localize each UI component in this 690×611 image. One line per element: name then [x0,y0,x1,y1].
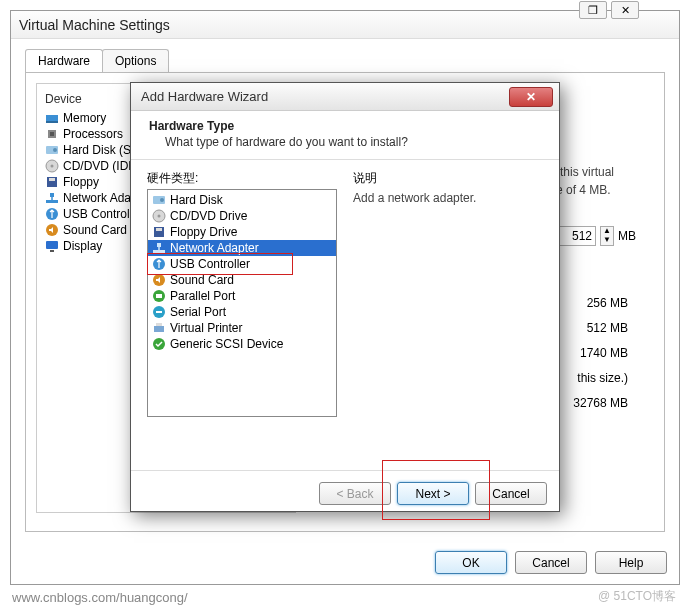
wizard-heading: Hardware Type [149,119,541,133]
wizard-close-button[interactable]: ✕ [509,87,553,107]
svg-rect-31 [156,311,162,313]
svg-rect-24 [157,243,161,247]
description-text: Add a network adapter. [353,191,543,205]
cancel-button[interactable]: Cancel [515,551,587,574]
close-icon[interactable]: ✕ [611,1,639,19]
svg-rect-23 [153,250,165,253]
help-button[interactable]: Help [595,551,667,574]
settings-buttons: OK Cancel Help [435,551,667,574]
parallel-port-icon [152,289,166,303]
hw-usb[interactable]: USB Controller [148,256,336,272]
ok-button[interactable]: OK [435,551,507,574]
window-title: Virtual Machine Settings [19,17,170,33]
hw-parallel[interactable]: Parallel Port [148,288,336,304]
hw-printer[interactable]: Virtual Printer [148,320,336,336]
wizard-titlebar: Add Hardware Wizard ✕ [131,83,559,111]
svg-rect-33 [156,323,162,326]
svg-rect-1 [46,121,58,123]
hw-serial[interactable]: Serial Port [148,304,336,320]
back-button: < Back [319,482,391,505]
hw-harddisk[interactable]: Hard Disk [148,192,336,208]
usb-icon [45,207,59,221]
hw-cddvd[interactable]: CD/DVD Drive [148,208,336,224]
printer-icon [152,321,166,335]
svg-rect-9 [49,178,55,181]
scsi-icon [152,337,166,351]
settings-tabs: Hardware Options [25,49,665,72]
svg-rect-0 [46,115,58,121]
hw-network-adapter[interactable]: Network Adapter [148,240,336,256]
restore-icon[interactable]: ❐ [579,1,607,19]
next-button[interactable]: Next > [397,482,469,505]
add-hardware-wizard: Add Hardware Wizard ✕ Hardware Type What… [130,82,560,512]
memory-icon [45,111,59,125]
wizard-header: Hardware Type What type of hardware do y… [131,111,559,160]
cd-icon [45,159,59,173]
serial-port-icon [152,305,166,319]
svg-rect-29 [156,294,162,298]
memory-unit: MB [618,229,636,243]
hw-scsi[interactable]: Generic SCSI Device [148,336,336,352]
svg-rect-16 [50,250,54,252]
description-label: 说明 [353,170,543,187]
cd-icon [152,209,166,223]
wizard-footer: < Back Next > Cancel [131,470,559,516]
memory-spinner[interactable]: ▲▼ [600,226,614,246]
tab-hardware[interactable]: Hardware [25,49,103,72]
watermark: @ 51CTO博客 [598,588,676,605]
wizard-cancel-button[interactable]: Cancel [475,482,547,505]
svg-point-20 [158,215,161,218]
display-icon [45,239,59,253]
svg-rect-10 [46,200,58,203]
wizard-subheading: What type of hardware do you want to ins… [149,135,541,149]
svg-rect-3 [50,132,54,136]
hardware-types-list[interactable]: Hard Disk CD/DVD Drive Floppy Drive Netw… [147,189,337,417]
sound-icon [152,273,166,287]
wizard-title: Add Hardware Wizard [141,89,268,104]
hdd-icon [152,193,166,207]
svg-point-5 [53,148,57,152]
footer-url: www.cnblogs.com/huangcong/ [12,590,188,605]
svg-rect-15 [46,241,58,249]
svg-rect-22 [156,228,162,231]
memory-values: 256 MB 512 MB 1740 MB this size.) 32768 … [573,291,628,416]
hw-floppy[interactable]: Floppy Drive [148,224,336,240]
svg-point-18 [160,198,164,202]
cpu-icon [45,127,59,141]
hardware-types-label: 硬件类型: [147,170,337,187]
tab-options[interactable]: Options [102,49,169,72]
svg-rect-32 [154,326,164,332]
floppy-icon [152,225,166,239]
sound-icon [45,223,59,237]
svg-rect-11 [50,193,54,197]
svg-point-7 [51,165,54,168]
network-icon [45,191,59,205]
hw-sound[interactable]: Sound Card [148,272,336,288]
hdd-icon [45,143,59,157]
floppy-icon [45,175,59,189]
usb-icon [152,257,166,271]
network-icon [152,241,166,255]
